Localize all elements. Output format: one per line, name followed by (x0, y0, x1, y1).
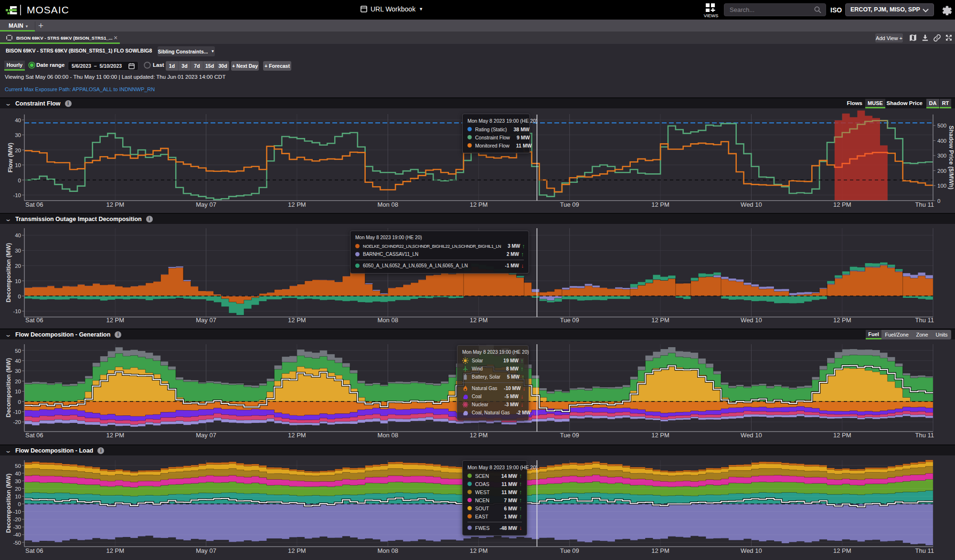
svg-text:Mon 08: Mon 08 (378, 201, 398, 208)
svg-text:Decomposition (MW): Decomposition (MW) (5, 358, 12, 417)
svg-text:100: 100 (937, 183, 946, 189)
svg-text:Decomposition (MW): Decomposition (MW) (5, 474, 12, 533)
svg-text:Wed 10: Wed 10 (741, 547, 762, 554)
svg-text:Tue 09: Tue 09 (560, 432, 579, 439)
svg-text:12 PM: 12 PM (651, 201, 669, 208)
svg-text:10: 10 (15, 494, 21, 499)
svg-text:May 07: May 07 (196, 201, 216, 208)
svg-text:-10: -10 (13, 308, 21, 314)
svg-text:Sat 06: Sat 06 (25, 432, 43, 439)
svg-text:30: 30 (15, 132, 21, 138)
svg-text:10: 10 (15, 162, 21, 168)
svg-text:-30: -30 (13, 524, 21, 530)
svg-text:50: 50 (15, 348, 21, 354)
svg-text:12 PM: 12 PM (470, 547, 488, 554)
svg-text:Wed 10: Wed 10 (741, 317, 762, 324)
svg-text:Sat 06: Sat 06 (25, 317, 43, 324)
svg-text:20: 20 (15, 148, 21, 153)
svg-text:12 PM: 12 PM (106, 547, 125, 554)
svg-text:12 PM: 12 PM (106, 317, 125, 324)
svg-text:0: 0 (18, 178, 21, 183)
svg-text:300: 300 (937, 153, 946, 158)
svg-text:12 PM: 12 PM (833, 547, 851, 554)
svg-text:30: 30 (15, 248, 21, 254)
svg-text:12 PM: 12 PM (106, 201, 125, 208)
svg-text:0: 0 (18, 399, 21, 405)
svg-text:May 07: May 07 (196, 432, 216, 439)
svg-text:40: 40 (15, 117, 21, 123)
svg-text:Flow (MW): Flow (MW) (7, 143, 14, 172)
svg-text:Mon 08: Mon 08 (378, 432, 398, 439)
svg-text:12 PM: 12 PM (288, 432, 306, 439)
svg-text:20: 20 (15, 263, 21, 269)
svg-text:12 PM: 12 PM (651, 432, 669, 439)
svg-text:400: 400 (937, 138, 946, 144)
svg-text:500: 500 (937, 123, 946, 128)
svg-text:12 PM: 12 PM (470, 432, 488, 439)
svg-text:-10: -10 (13, 192, 21, 198)
svg-text:Decomposition (MW): Decomposition (MW) (5, 243, 12, 302)
svg-text:12 PM: 12 PM (288, 201, 306, 208)
svg-text:30: 30 (15, 368, 21, 374)
svg-text:Thu 11: Thu 11 (915, 547, 934, 554)
svg-text:12 PM: 12 PM (288, 317, 306, 324)
svg-text:Wed 10: Wed 10 (741, 201, 762, 208)
svg-text:-50: -50 (13, 540, 21, 546)
svg-text:12 PM: 12 PM (833, 432, 851, 439)
svg-text:12 PM: 12 PM (833, 201, 851, 208)
svg-text:-20: -20 (13, 419, 21, 425)
svg-text:10: 10 (15, 389, 21, 394)
svg-text:12 PM: 12 PM (288, 547, 306, 554)
svg-text:Tue 09: Tue 09 (560, 547, 579, 554)
svg-text:0: 0 (18, 294, 21, 299)
svg-text:Thu 11: Thu 11 (915, 317, 934, 324)
svg-text:-20: -20 (13, 517, 21, 522)
svg-text:-10: -10 (13, 409, 21, 415)
svg-text:50: 50 (15, 463, 21, 469)
svg-text:Tue 09: Tue 09 (560, 201, 579, 208)
svg-text:40: 40 (15, 358, 21, 364)
svg-text:20: 20 (15, 379, 21, 384)
svg-text:10: 10 (15, 278, 21, 284)
svg-text:0: 0 (18, 501, 21, 507)
svg-text:Shadow Price ($/MWh): Shadow Price ($/MWh) (948, 126, 955, 190)
svg-text:12 PM: 12 PM (833, 317, 851, 324)
svg-text:30: 30 (15, 478, 21, 484)
svg-text:Mon 08: Mon 08 (378, 547, 398, 554)
svg-text:May 07: May 07 (196, 317, 216, 324)
svg-text:40: 40 (15, 232, 21, 238)
svg-text:Sat 06: Sat 06 (25, 201, 43, 208)
svg-text:May 07: May 07 (196, 547, 216, 554)
svg-text:12 PM: 12 PM (470, 201, 488, 208)
svg-text:0: 0 (937, 198, 940, 204)
svg-text:12 PM: 12 PM (106, 432, 125, 439)
svg-text:Thu 11: Thu 11 (915, 201, 934, 208)
svg-text:40: 40 (15, 471, 21, 476)
svg-text:Mon 08: Mon 08 (378, 317, 398, 324)
svg-text:12 PM: 12 PM (651, 547, 669, 554)
svg-text:12 PM: 12 PM (470, 317, 488, 324)
svg-text:-40: -40 (13, 532, 21, 538)
svg-text:Wed 10: Wed 10 (741, 432, 762, 439)
svg-text:Thu 11: Thu 11 (915, 432, 934, 439)
svg-text:-10: -10 (13, 509, 21, 515)
svg-text:Sat 06: Sat 06 (25, 547, 43, 554)
svg-text:12 PM: 12 PM (651, 317, 669, 324)
svg-text:Tue 09: Tue 09 (560, 317, 579, 324)
svg-text:200: 200 (937, 168, 946, 174)
svg-text:20: 20 (15, 486, 21, 492)
